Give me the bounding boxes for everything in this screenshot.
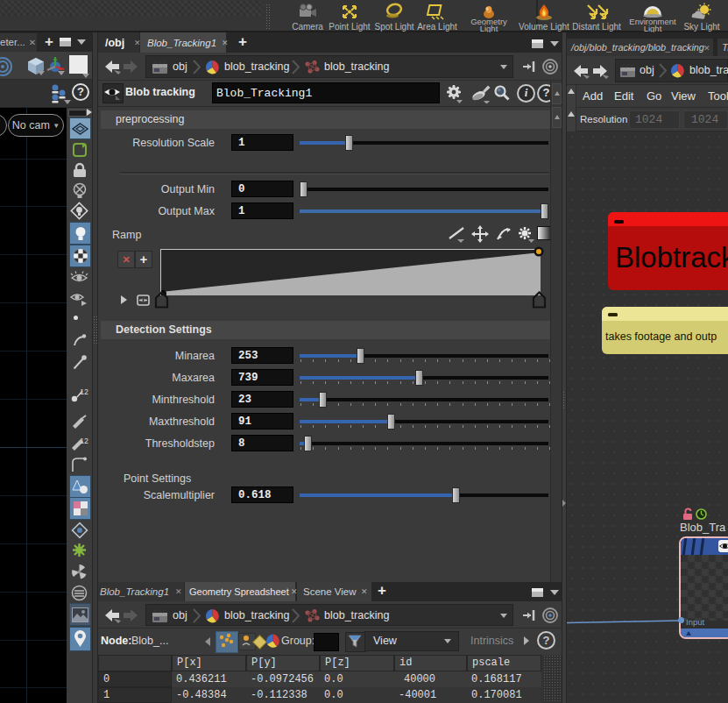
svg-text:12: 12	[80, 437, 88, 445]
svg-text:12: 12	[80, 387, 88, 396]
